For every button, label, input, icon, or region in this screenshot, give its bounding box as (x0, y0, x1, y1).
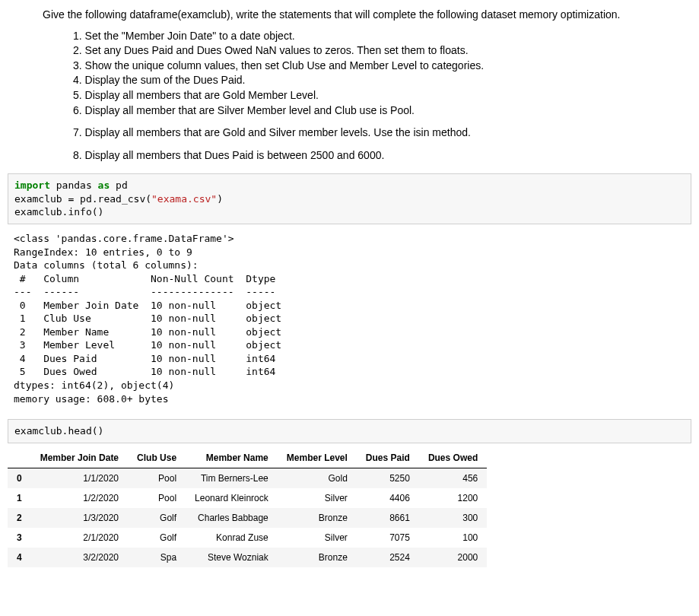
row-index: 2 (8, 508, 31, 528)
table-row: 3 2/1/2020 Golf Konrad Zuse Silver 7075 … (8, 528, 487, 548)
table-row: 1 1/2/2020 Pool Leonard Kleinrock Silver… (8, 488, 487, 508)
row-index: 0 (8, 468, 31, 488)
row-index: 3 (8, 528, 31, 548)
code-text: ( (145, 193, 151, 205)
cell: 5250 (357, 468, 419, 488)
cell: 456 (419, 468, 487, 488)
cell: Konrad Zuse (186, 528, 278, 548)
code-text: examclub.head() (14, 425, 103, 437)
code-text: pd (74, 193, 91, 205)
step-5: 5. Display all members that are Gold Mem… (73, 88, 656, 103)
string-literal: "exama.csv" (151, 193, 217, 205)
step-4: 4. Display the sum of the Dues Paid. (73, 73, 656, 88)
index-header (8, 448, 31, 468)
cell: Pool (128, 468, 186, 488)
code-text: examclub.info() (14, 206, 103, 218)
step-2: 2. Set any Dues Paid and Dues Owed NaN v… (73, 43, 656, 59)
code-cell-1: import pandas as pd examclub = pd.read_c… (8, 173, 691, 224)
dataframe-output: Member Join Date Club Use Member Name Me… (8, 448, 691, 567)
col-header: Dues Paid (357, 448, 419, 468)
cell: Tim Berners-Lee (186, 468, 278, 488)
dataframe-table: Member Join Date Club Use Member Name Me… (8, 448, 487, 567)
code-text: ) (217, 193, 223, 205)
cell: 2000 (419, 548, 487, 567)
cell: 2524 (357, 548, 419, 567)
question-header: Give the following dataframe(examclub), … (0, 8, 699, 23)
output-block-1: <class 'pandas.core.frame.DataFrame'> Ra… (8, 229, 691, 408)
step-8: 8. Display all members that Dues Paid is… (73, 148, 656, 164)
cell: 8661 (357, 508, 419, 528)
table-row: 2 1/3/2020 Golf Charles Babbage Bronze 8… (8, 508, 487, 528)
code-text: . (92, 193, 98, 205)
cell: 1/3/2020 (31, 508, 128, 528)
cell: Golf (128, 528, 186, 548)
cell: 2/1/2020 (31, 528, 128, 548)
cell: 1/1/2020 (31, 468, 128, 488)
cell: Silver (278, 528, 357, 548)
step-7: 7. Display all members that are Gold and… (73, 125, 656, 141)
cell: Gold (278, 468, 357, 488)
cell: Steve Wozniak (186, 548, 278, 567)
col-header: Dues Owed (419, 448, 487, 468)
cell: 100 (419, 528, 487, 548)
cell: Bronze (278, 548, 357, 567)
cell: 3/2/2020 (31, 548, 128, 567)
cell: 300 (419, 508, 487, 528)
col-header: Club Use (128, 448, 186, 468)
step-6: 6. Display all member that are Silver Me… (73, 103, 656, 119)
row-index: 1 (8, 488, 31, 508)
code-text: examclub (14, 193, 68, 205)
module-name: pandas (56, 179, 92, 191)
code-text: read_csv (98, 193, 146, 205)
cell: Leonard Kleinrock (186, 488, 278, 508)
step-1: 1. Set the "Member Join Date" to a date … (73, 29, 656, 44)
col-header: Member Name (186, 448, 278, 468)
row-index: 4 (8, 548, 31, 567)
step-3: 3. Show the unique column values, then s… (73, 59, 656, 74)
cell: 1/2/2020 (31, 488, 128, 508)
cell: Silver (278, 488, 357, 508)
cell: Golf (128, 508, 186, 528)
cell: Spa (128, 548, 186, 567)
code-cell-2: examclub.head() (8, 419, 691, 443)
alias-name: pd (116, 179, 128, 191)
cell: Pool (128, 488, 186, 508)
cell: Bronze (278, 508, 357, 528)
keyword-import: import (14, 179, 50, 191)
cell: 7075 (357, 528, 419, 548)
table-header-row: Member Join Date Club Use Member Name Me… (8, 448, 487, 468)
cell: 4406 (357, 488, 419, 508)
keyword-as: as (98, 179, 110, 191)
question-header-text: Give the following dataframe(examclub), … (43, 8, 620, 21)
col-header: Member Level (278, 448, 357, 468)
table-row: 4 3/2/2020 Spa Steve Wozniak Bronze 2524… (8, 548, 487, 567)
col-header: Member Join Date (31, 448, 128, 468)
table-row: 0 1/1/2020 Pool Tim Berners-Lee Gold 525… (8, 468, 487, 488)
question-steps: 1. Set the "Member Join Date" to a date … (0, 29, 699, 164)
cell: Charles Babbage (186, 508, 278, 528)
cell: 1200 (419, 488, 487, 508)
